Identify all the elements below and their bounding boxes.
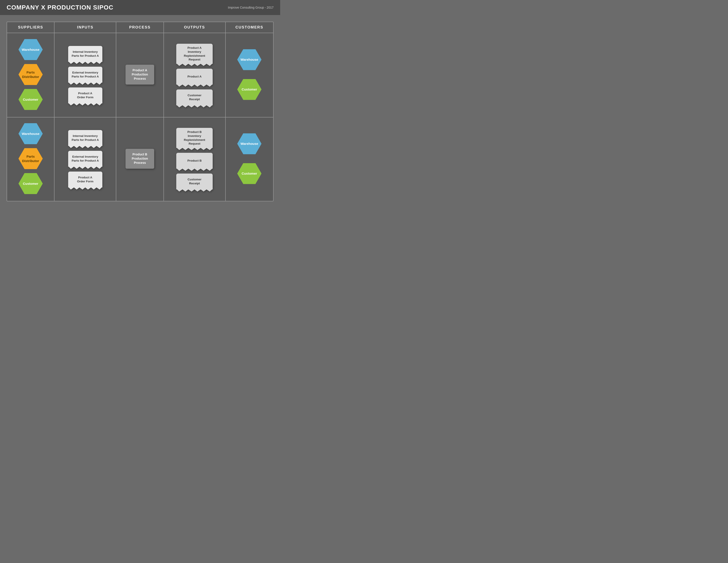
process-cell-1: Product AProductionProcess [116, 33, 164, 117]
process-box-2: Product BProductionProcess [126, 149, 154, 169]
output-replenish-1: Product AInventoryReplenishmentRequest [176, 44, 213, 64]
suppliers-group-1: Warehouse PartsDistributor Customer [19, 39, 43, 110]
col-outputs: OUTPUTS [164, 22, 226, 33]
supplier-warehouse-2: Warehouse [19, 123, 43, 144]
supplier-customer-2: Customer [19, 173, 43, 194]
header: COMPANY X PRODUCTION SIPOC Improve Consu… [0, 0, 280, 15]
col-process: PROCESS [116, 22, 164, 33]
suppliers-cell-1: Warehouse PartsDistributor Customer [7, 33, 54, 117]
inputs-cell-2: Internal InventoryParts for Product A Ex… [54, 117, 116, 201]
page-title: COMPANY X PRODUCTION SIPOC [7, 4, 113, 11]
supplier-customer-1: Customer [19, 89, 43, 110]
column-headers: SUPPLIERS INPUTS PROCESS OUTPUTS CUSTOME… [7, 22, 273, 33]
suppliers-group-2: Warehouse PartsDistributor Customer [19, 123, 43, 194]
output-product-b: Product B [176, 153, 213, 169]
suppliers-cell-2: Warehouse PartsDistributor Customer [7, 117, 54, 201]
customers-cell-2: Warehouse Customer [226, 117, 273, 201]
output-product-a: Product A [176, 69, 213, 85]
outputs-group-2: Product BInventoryReplenishmentRequest P… [176, 128, 213, 189]
process-group-2: Product BProductionProcess [126, 123, 154, 194]
outputs-group-1: Product AInventoryReplenishmentRequest P… [176, 44, 213, 105]
input-internal-2: Internal InventoryParts for Product A [68, 130, 102, 146]
process-box-1: Product AProductionProcess [126, 65, 154, 85]
customers-group-1: Warehouse Customer [237, 49, 261, 100]
process-group-1: Product AProductionProcess [126, 39, 154, 110]
output-receipt-1: CustomerReceipt [176, 89, 213, 105]
customer-customer-1: Customer [237, 79, 261, 100]
outputs-cell-2: Product BInventoryReplenishmentRequest P… [164, 117, 226, 201]
input-orderform-2: Product AOrder Form [68, 171, 102, 187]
inputs-cell-1: Internal InventoryParts for Product A Ex… [54, 33, 116, 117]
customer-warehouse-1: Warehouse [237, 49, 261, 70]
process-cell-2: Product BProductionProcess [116, 117, 164, 201]
customers-cell-1: Warehouse Customer [226, 33, 273, 117]
customers-group-2: Warehouse Customer [237, 133, 261, 184]
customer-warehouse-2: Warehouse [237, 133, 261, 154]
input-external-2: External InventoryParts for Product A [68, 151, 102, 167]
main-content: SUPPLIERS INPUTS PROCESS OUTPUTS CUSTOME… [0, 15, 280, 208]
supplier-parts-dist-2: PartsDistributor [19, 148, 43, 169]
inputs-group-2: Internal InventoryParts for Product A Ex… [56, 130, 114, 187]
input-internal-1: Internal InventoryParts for Product A [68, 46, 102, 62]
col-customers: CUSTOMERS [226, 22, 273, 33]
customer-customer-2: Customer [237, 163, 261, 184]
col-suppliers: SUPPLIERS [7, 22, 54, 33]
supplier-parts-dist-1: PartsDistributor [19, 64, 43, 85]
output-replenish-2: Product BInventoryReplenishmentRequest [176, 128, 213, 148]
supplier-warehouse-1: Warehouse [19, 39, 43, 60]
outputs-cell-1: Product AInventoryReplenishmentRequest P… [164, 33, 226, 117]
output-receipt-2: CustomerReceipt [176, 173, 213, 189]
input-orderform-1: Product AOrder Form [68, 87, 102, 103]
sipoc-table: SUPPLIERS INPUTS PROCESS OUTPUTS CUSTOME… [7, 22, 274, 201]
inputs-group-1: Internal InventoryParts for Product A Ex… [56, 46, 114, 103]
body-row-1: Warehouse PartsDistributor Customer Inte… [7, 33, 273, 117]
input-external-1: External InventoryParts for Product A [68, 67, 102, 83]
col-inputs: INPUTS [54, 22, 116, 33]
header-subtitle: Improve Consulting Group - 2017 [228, 6, 274, 9]
body-row-2: Warehouse PartsDistributor Customer Inte… [7, 117, 273, 201]
